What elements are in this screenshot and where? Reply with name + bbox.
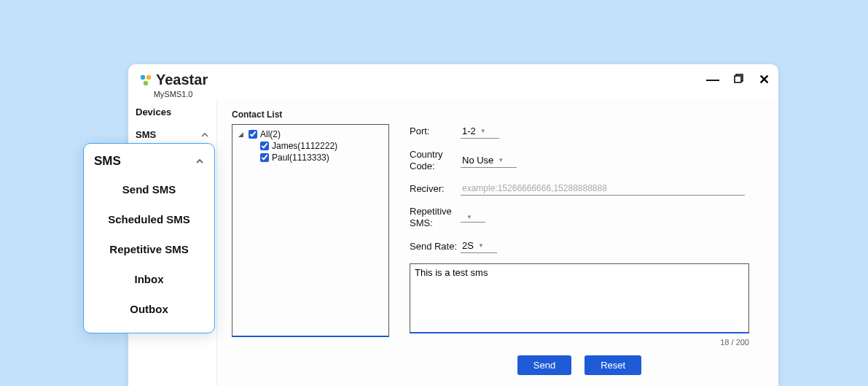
submenu-item-outbox[interactable]: Outbox (84, 294, 214, 324)
actions: Send Reset (410, 355, 749, 375)
content-row: ◢ All(2) James(1112222) Paul(1113333) (232, 124, 761, 375)
window-controls: — ✕ (706, 72, 770, 86)
brand: Yeastar MySMS1.0 (138, 72, 208, 99)
label-port: Port: (410, 126, 461, 137)
chevron-up-icon (200, 131, 209, 139)
submenu-header[interactable]: SMS (84, 151, 214, 174)
label-repetitive: Repetitive SMS: (410, 206, 461, 228)
chevron-up-icon (195, 157, 204, 166)
row-repetitive: Repetitive SMS: ▼ (410, 206, 761, 228)
checkbox-paul[interactable] (260, 153, 269, 162)
label-receiver: Reciver: (410, 183, 461, 195)
send-button[interactable]: Send (517, 355, 571, 375)
tree-child-label-1: Paul(1113333) (272, 153, 329, 163)
tree-child-1[interactable]: Paul(1113333) (260, 153, 383, 163)
select-rate[interactable]: 2S ▼ (461, 239, 497, 253)
nav-item-devices[interactable]: Devices (128, 101, 216, 123)
nav-label-devices: Devices (136, 107, 171, 117)
svg-point-1 (146, 74, 151, 79)
svg-rect-4 (735, 76, 741, 82)
row-country: Country Code: No Use ▼ (410, 149, 761, 171)
chevron-down-icon: ▼ (466, 214, 472, 220)
label-country: Country Code: (410, 149, 461, 171)
app-body: Devices SMS Contact List ◢ All(2) (128, 99, 778, 386)
row-rate: Send Rate: 2S ▼ (410, 239, 761, 253)
select-port[interactable]: 1-2 ▼ (461, 124, 499, 139)
checkbox-all[interactable] (249, 130, 257, 139)
select-port-value: 1-2 (462, 126, 476, 136)
submenu-item-inbox[interactable]: Inbox (84, 264, 214, 294)
checkbox-james[interactable] (260, 142, 269, 150)
svg-point-2 (144, 80, 148, 85)
close-icon[interactable]: ✕ (759, 73, 770, 86)
row-receiver: Reciver: (410, 182, 761, 196)
content-area: Contact List ◢ All(2) James(1112222) Pau… (217, 99, 778, 386)
submenu-title: SMS (94, 154, 121, 169)
tree-root-label: All(2) (260, 129, 281, 139)
message-textarea[interactable] (410, 263, 749, 333)
row-port: Port: 1-2 ▼ (410, 124, 761, 139)
tree-child-label-0: James(1112222) (272, 141, 337, 151)
label-rate: Send Rate: (410, 241, 461, 252)
brand-sub: MySMS1.0 (154, 90, 193, 99)
select-rate-value: 2S (462, 240, 474, 251)
yeastar-logo-icon (138, 73, 153, 88)
contact-list-box[interactable]: ◢ All(2) James(1112222) Paul(1113333) (232, 124, 389, 337)
nav-label-sms: SMS (136, 129, 156, 140)
tree-child-0[interactable]: James(1112222) (260, 141, 383, 151)
char-count: 18 / 200 (410, 338, 749, 347)
chevron-down-icon: ▼ (480, 128, 486, 134)
maximize-icon[interactable] (734, 73, 744, 86)
submenu-item-repetitive-sms[interactable]: Repetitive SMS (84, 234, 214, 264)
submenu-item-scheduled-sms[interactable]: Scheduled SMS (84, 204, 214, 234)
svg-point-0 (141, 74, 145, 79)
select-repetitive[interactable]: ▼ (461, 212, 485, 223)
submenu-item-send-sms[interactable]: Send SMS (84, 174, 214, 204)
chevron-down-icon: ▼ (478, 242, 484, 249)
reset-button[interactable]: Reset (584, 355, 641, 375)
tree-root[interactable]: ◢ All(2) (238, 129, 383, 139)
contact-list-title: Contact List (232, 109, 761, 120)
select-country-value: No Use (462, 155, 493, 166)
titlebar: Yeastar MySMS1.0 — ✕ (128, 64, 778, 99)
tree-collapse-icon[interactable]: ◢ (238, 131, 243, 138)
sms-submenu: SMS Send SMS Scheduled SMS Repetitive SM… (83, 143, 215, 333)
app-window: Yeastar MySMS1.0 — ✕ Devices SMS Contact… (128, 64, 778, 386)
brand-logo: Yeastar (138, 72, 208, 88)
form-area: Port: 1-2 ▼ Country Code: No Use ▼ (410, 124, 761, 375)
minimize-icon[interactable]: — (706, 73, 719, 86)
chevron-down-icon: ▼ (498, 157, 504, 163)
input-receiver[interactable] (461, 182, 745, 196)
brand-name: Yeastar (156, 72, 208, 88)
select-country[interactable]: No Use ▼ (461, 153, 517, 168)
